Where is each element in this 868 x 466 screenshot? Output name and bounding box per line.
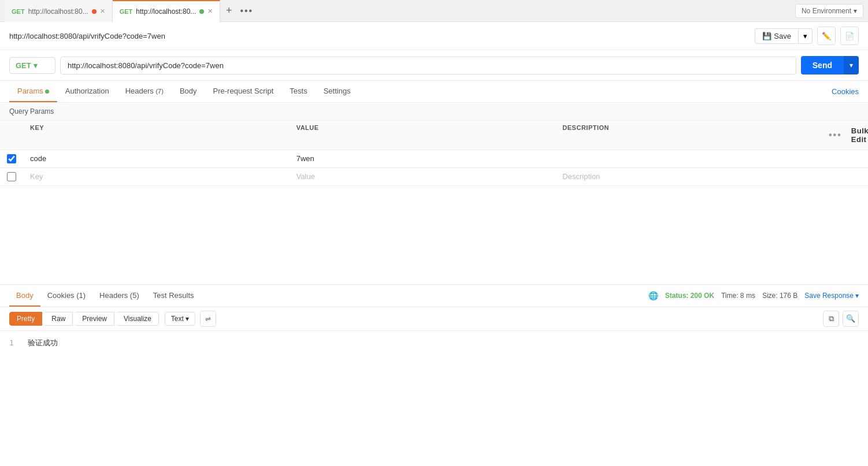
request-tab-1[interactable]: GET http://localhost:80... ✕ <box>5 0 113 22</box>
response-time: Time: 8 ms <box>721 292 755 300</box>
placeholder-description-input[interactable] <box>562 172 815 181</box>
tab2-close[interactable]: ✕ <box>207 8 213 15</box>
url-input[interactable] <box>60 57 796 74</box>
text-type-chevron-icon: ▾ <box>186 315 189 323</box>
environment-selector[interactable]: No Environment ▾ <box>795 4 863 18</box>
tab-authorization-label: Authorization <box>65 87 109 95</box>
query-params-header: Query Params <box>0 103 868 121</box>
tab1-dot <box>92 9 97 14</box>
format-visualize-button[interactable]: Visualize <box>117 312 159 326</box>
cookies-link[interactable]: Cookies <box>832 87 859 96</box>
text-type-selector[interactable]: Text ▾ <box>165 312 195 326</box>
response-size: Size: 176 B <box>762 292 797 300</box>
params-area: Query Params KEY VALUE DESCRIPTION ••• B… <box>0 103 868 284</box>
tab1-url: http://localhost:80... <box>28 8 88 16</box>
col-checkbox <box>0 121 23 150</box>
edit-icon: ✏️ <box>822 32 831 40</box>
response-area: Body Cookies (1) Headers (5) Test Result… <box>0 284 868 467</box>
placeholder-checkbox[interactable] <box>7 172 16 181</box>
add-tab-button[interactable]: + <box>220 2 238 20</box>
row-description-cell[interactable] <box>555 150 822 167</box>
response-body: 1 验证成功 <box>0 331 868 467</box>
url-bar: GET ▾ Send ▾ <box>0 50 868 81</box>
tab-authorization[interactable]: Authorization <box>57 81 117 102</box>
params-table-header: KEY VALUE DESCRIPTION ••• Bulk Edit <box>0 121 868 150</box>
response-tab-cookies[interactable]: Cookies (1) <box>40 285 92 307</box>
tab-tests[interactable]: Tests <box>281 81 315 102</box>
save-label: Save <box>774 32 791 40</box>
tab1-method: GET <box>12 8 25 15</box>
tab-headers-label: Headers <box>125 87 154 95</box>
edit-icon-button[interactable]: ✏️ <box>817 27 836 45</box>
response-status-bar: 🌐 Status: 200 OK Time: 8 ms Size: 176 B … <box>648 291 859 300</box>
more-tabs-button[interactable]: ••• <box>238 3 255 18</box>
placeholder-description-cell[interactable] <box>555 168 822 185</box>
col-value: VALUE <box>290 121 556 150</box>
tab2-dot <box>199 9 204 14</box>
response-toolbar: Pretty Raw Preview Visualize Text ▾ ⇌ ⧉ … <box>0 307 868 331</box>
response-tab-body-label: Body <box>16 291 34 300</box>
response-tab-headers[interactable]: Headers (5) <box>92 285 146 307</box>
response-tab-tests[interactable]: Test Results <box>146 285 201 307</box>
chevron-down-icon: ▾ <box>854 7 857 15</box>
tab-tests-label: Tests <box>290 87 307 95</box>
send-button[interactable]: Send <box>801 56 844 74</box>
copy-response-button[interactable]: ⧉ <box>823 311 839 327</box>
tab-params[interactable]: Params <box>9 81 57 102</box>
row-value-cell[interactable] <box>290 150 556 167</box>
tab2-url: http://localhost:80... <box>136 8 196 16</box>
wrap-icon: ⇌ <box>205 315 211 323</box>
format-pretty-button[interactable]: Pretty <box>9 312 42 326</box>
tab-settings-label: Settings <box>324 87 351 95</box>
tab-settings[interactable]: Settings <box>316 81 359 102</box>
bulk-edit-button[interactable]: Bulk Edit <box>847 124 868 146</box>
globe-icon: 🌐 <box>648 291 658 300</box>
method-selector[interactable]: GET ▾ <box>9 57 55 74</box>
save-response-label: Save Response <box>804 292 854 300</box>
response-tab-body[interactable]: Body <box>9 285 40 307</box>
col-actions: ••• Bulk Edit <box>822 121 868 150</box>
tab1-close[interactable]: ✕ <box>100 8 105 15</box>
response-icon-group: ⧉ 🔍 <box>823 311 859 327</box>
tab2-method: GET <box>120 8 133 15</box>
description-input[interactable] <box>562 154 815 163</box>
placeholder-key-input[interactable] <box>30 172 283 181</box>
tab-prerequest[interactable]: Pre-request Script <box>205 81 282 102</box>
placeholder-value-input[interactable] <box>296 172 549 181</box>
request-title-bar: http://localhost:8080/api/vrifyCode?code… <box>0 22 868 50</box>
request-title: http://localhost:8080/api/vrifyCode?code… <box>9 32 755 40</box>
env-label: No Environment <box>802 7 851 15</box>
tab-prerequest-label: Pre-request Script <box>213 87 274 95</box>
placeholder-value-cell[interactable] <box>290 168 556 185</box>
params-dot <box>45 90 49 94</box>
save-dropdown-button[interactable]: ▾ <box>799 28 813 44</box>
table-row <box>0 150 868 168</box>
key-input[interactable] <box>30 154 283 163</box>
save-response-button[interactable]: Save Response ▾ <box>804 292 859 300</box>
tab-body[interactable]: Body <box>172 81 205 102</box>
placeholder-key-cell[interactable] <box>23 168 290 185</box>
response-content: 验证成功 <box>28 338 58 347</box>
description-icon-button[interactable]: 📄 <box>840 27 859 45</box>
search-response-button[interactable]: 🔍 <box>843 311 859 327</box>
placeholder-actions-cell <box>822 168 868 185</box>
format-raw-button[interactable]: Raw <box>44 312 73 326</box>
row-checkbox-cell <box>0 150 23 167</box>
send-dropdown-button[interactable]: ▾ <box>844 56 859 74</box>
tab-headers[interactable]: Headers (7) <box>117 81 172 102</box>
response-tab-headers-label: Headers (5) <box>99 291 139 300</box>
request-tab-2[interactable]: GET http://localhost:80... ✕ <box>113 0 221 22</box>
search-icon: 🔍 <box>846 314 855 323</box>
format-preview-button[interactable]: Preview <box>75 312 114 326</box>
wrap-button[interactable]: ⇌ <box>200 311 216 327</box>
tab-bar: GET http://localhost:80... ✕ GET http://… <box>0 0 868 22</box>
save-button[interactable]: 💾 Save <box>755 28 799 44</box>
line-number-1: 1 <box>9 338 14 347</box>
tab-params-label: Params <box>17 87 43 95</box>
row-checkbox[interactable] <box>7 154 16 163</box>
copy-icon: ⧉ <box>829 314 834 323</box>
value-input[interactable] <box>296 154 549 163</box>
row-key-cell[interactable] <box>23 150 290 167</box>
placeholder-checkbox-cell <box>0 168 23 185</box>
more-dots-icon[interactable]: ••• <box>829 130 842 140</box>
